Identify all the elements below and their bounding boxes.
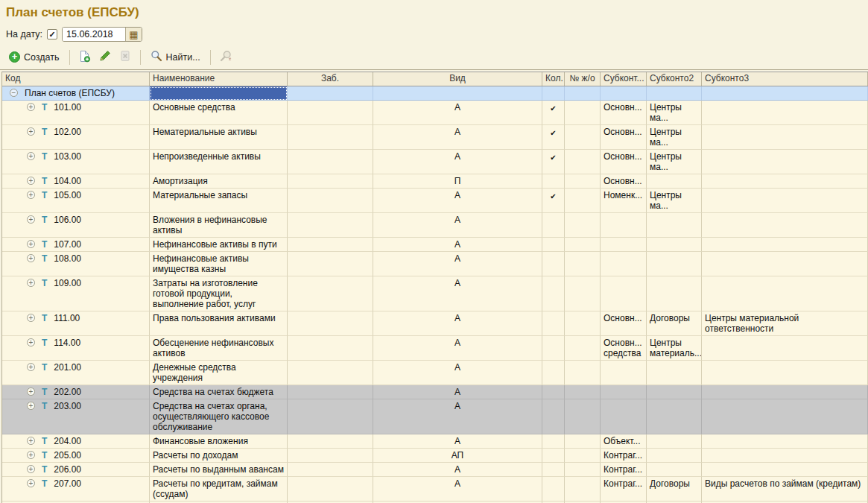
account-row[interactable]: +Т107.00Нефинансовые активы в путиА <box>2 238 868 252</box>
sub1-cell[interactable] <box>601 361 647 385</box>
zho-cell[interactable] <box>565 463 601 477</box>
header-zab[interactable]: Заб. <box>288 72 373 86</box>
expand-icon[interactable]: + <box>27 437 35 445</box>
name-cell[interactable]: Расчеты по доходам <box>150 449 288 463</box>
sub3-cell[interactable] <box>702 434 868 449</box>
date-filter-checkbox[interactable]: ✓ <box>47 29 57 39</box>
sub3-cell[interactable] <box>702 449 868 463</box>
kol-cell[interactable] <box>542 252 565 276</box>
sub2-cell[interactable] <box>647 399 702 434</box>
account-row[interactable]: +Т102.00Нематериальные активыА✔Основн...… <box>2 125 868 150</box>
zho-cell[interactable] <box>565 434 601 449</box>
kol-cell[interactable] <box>542 449 565 463</box>
code-cell[interactable]: +Т108.00 <box>2 252 150 276</box>
zho-cell[interactable] <box>565 86 601 101</box>
code-cell[interactable]: +Т103.00 <box>2 150 150 174</box>
name-cell[interactable]: Нематериальные активы <box>150 125 288 150</box>
zab-cell[interactable] <box>288 189 373 213</box>
zab-cell[interactable] <box>288 252 373 276</box>
expand-icon[interactable]: + <box>27 191 35 199</box>
sub2-cell[interactable]: Центры ма... <box>647 101 702 125</box>
zab-cell[interactable] <box>288 311 373 336</box>
header-kol[interactable]: Кол. <box>542 72 565 86</box>
name-cell[interactable]: Нефинансовые активы в пути <box>150 238 288 252</box>
name-cell[interactable]: Основные средства <box>150 101 288 125</box>
collapse-icon[interactable]: − <box>10 89 18 97</box>
sub2-cell[interactable] <box>647 463 702 477</box>
kol-cell[interactable] <box>542 385 565 399</box>
sub1-cell[interactable]: Контраг... <box>601 477 647 502</box>
name-cell[interactable]: Вложения в нефинансовые активы <box>150 213 288 238</box>
vid-cell[interactable]: А <box>373 101 542 125</box>
sub2-cell[interactable] <box>647 434 702 449</box>
zho-cell[interactable] <box>565 150 601 174</box>
zho-cell[interactable] <box>565 477 601 502</box>
zab-cell[interactable] <box>288 477 373 502</box>
selected-name-cell[interactable] <box>150 86 288 101</box>
sub3-cell[interactable] <box>702 189 868 213</box>
vid-cell[interactable]: А <box>373 252 542 276</box>
zho-cell[interactable] <box>565 276 601 311</box>
sub1-cell[interactable] <box>601 385 647 399</box>
code-cell[interactable]: +Т114.00 <box>2 336 150 361</box>
expand-icon[interactable]: + <box>27 103 35 111</box>
zho-cell[interactable] <box>565 361 601 385</box>
zab-cell[interactable] <box>288 434 373 449</box>
header-sub2[interactable]: Субконто2 <box>647 72 702 86</box>
account-row[interactable]: +Т105.00Материальные запасыА✔Номенк...Це… <box>2 189 868 213</box>
sub1-cell[interactable]: Номенк... <box>601 189 647 213</box>
zho-cell[interactable] <box>565 336 601 361</box>
code-cell[interactable]: +Т101.00 <box>2 101 150 125</box>
sub1-cell[interactable] <box>601 86 647 101</box>
zho-cell[interactable] <box>565 189 601 213</box>
sub1-cell[interactable] <box>601 399 647 434</box>
expand-icon[interactable]: + <box>27 451 35 459</box>
sub1-cell[interactable]: Основн... <box>601 125 647 150</box>
code-cell[interactable]: +Т201.00 <box>2 361 150 385</box>
sub1-cell[interactable] <box>601 213 647 238</box>
clear-search-button[interactable] <box>218 49 234 66</box>
expand-icon[interactable]: + <box>27 215 35 224</box>
account-row[interactable]: +Т204.00Финансовые вложенияАОбъект... <box>2 434 868 449</box>
name-cell[interactable]: Нефинансовые активы имущества казны <box>150 252 288 276</box>
expand-icon[interactable]: + <box>27 402 35 410</box>
kol-cell[interactable] <box>542 276 565 311</box>
account-row[interactable]: +Т101.00Основные средстваА✔Основн...Цент… <box>2 101 868 125</box>
kol-cell[interactable] <box>542 336 565 361</box>
sub1-cell[interactable]: Основн... средства <box>601 336 647 361</box>
zho-cell[interactable] <box>565 449 601 463</box>
sub3-cell[interactable] <box>702 125 868 150</box>
sub1-cell[interactable] <box>601 276 647 311</box>
kol-cell[interactable] <box>542 86 565 101</box>
zho-cell[interactable] <box>565 213 601 238</box>
vid-cell[interactable]: А <box>373 311 542 336</box>
zho-cell[interactable] <box>565 238 601 252</box>
account-row[interactable]: +Т205.00Расчеты по доходамАПКонтраг... <box>2 449 868 463</box>
expand-icon[interactable]: + <box>27 363 35 371</box>
kol-cell[interactable] <box>542 238 565 252</box>
name-cell[interactable]: Амортизация <box>150 174 288 189</box>
zab-cell[interactable] <box>288 399 373 434</box>
name-cell[interactable]: Непроизведенные активы <box>150 150 288 174</box>
zab-cell[interactable] <box>288 336 373 361</box>
vid-cell[interactable]: А <box>373 399 542 434</box>
name-cell[interactable]: Средства на счетах бюджета <box>150 385 288 399</box>
kol-cell[interactable] <box>542 361 565 385</box>
root-row[interactable]: −План счетов (ЕПСБУ) <box>2 86 868 101</box>
sub3-cell[interactable] <box>702 86 868 101</box>
zab-cell[interactable] <box>288 463 373 477</box>
code-cell[interactable]: +Т104.00 <box>2 174 150 189</box>
zab-cell[interactable] <box>288 213 373 238</box>
account-row[interactable]: +Т114.00Обесценение нефинансовых активов… <box>2 336 868 361</box>
zab-cell[interactable] <box>288 86 373 101</box>
zho-cell[interactable] <box>565 125 601 150</box>
copy-button[interactable] <box>77 49 93 66</box>
sub3-cell[interactable] <box>702 213 868 238</box>
account-row[interactable]: +Т106.00Вложения в нефинансовые активыА <box>2 213 868 238</box>
header-name[interactable]: Наименование <box>150 72 288 86</box>
zho-cell[interactable] <box>565 399 601 434</box>
find-button[interactable]: Найти... <box>148 48 203 66</box>
name-cell[interactable]: Затраты на изготовление готовой продукци… <box>150 276 288 311</box>
name-cell[interactable]: Денежные средства учреждения <box>150 361 288 385</box>
name-cell[interactable]: Расчеты по выданным авансам <box>150 463 288 477</box>
